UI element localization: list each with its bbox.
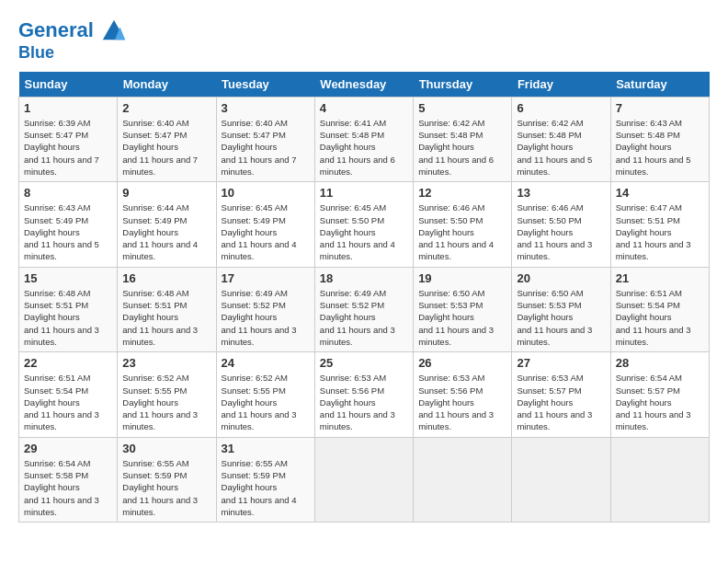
day-number: 19 [418,271,506,285]
day-number: 17 [222,271,310,285]
day-cell: 20 Sunrise: 6:50 AM Sunset: 5:53 PM Dayl… [512,267,610,351]
day-info: Sunrise: 6:53 AM Sunset: 5:57 PM Dayligh… [517,372,605,432]
day-cell: 24 Sunrise: 6:52 AM Sunset: 5:55 PM Dayl… [216,352,314,437]
day-info: Sunrise: 6:45 AM Sunset: 5:49 PM Dayligh… [222,201,310,262]
col-header-thursday: Thursday [414,72,512,98]
day-cell: 19 Sunrise: 6:50 AM Sunset: 5:53 PM Dayl… [414,267,512,351]
day-cell: 11 Sunrise: 6:45 AM Sunset: 5:50 PM Dayl… [314,182,413,267]
day-info: Sunrise: 6:41 AM Sunset: 5:48 PM Dayligh… [320,117,408,178]
day-number: 8 [24,186,112,200]
day-info: Sunrise: 6:43 AM Sunset: 5:49 PM Dayligh… [24,201,112,262]
logo-blue: Blue [18,44,127,63]
day-number: 2 [122,101,210,115]
day-cell: 9 Sunrise: 6:44 AM Sunset: 5:49 PM Dayli… [118,182,216,267]
day-number: 25 [320,356,408,370]
day-cell: 28 Sunrise: 6:54 AM Sunset: 5:57 PM Dayl… [610,352,709,437]
col-header-monday: Monday [118,72,216,98]
day-number: 22 [24,356,112,370]
day-info: Sunrise: 6:55 AM Sunset: 5:59 PM Dayligh… [122,457,210,518]
day-cell [314,437,413,522]
day-info: Sunrise: 6:52 AM Sunset: 5:55 PM Dayligh… [222,372,310,432]
day-info: Sunrise: 6:43 AM Sunset: 5:48 PM Dayligh… [616,117,704,178]
day-number: 9 [122,186,210,200]
day-info: Sunrise: 6:46 AM Sunset: 5:50 PM Dayligh… [517,201,605,262]
day-number: 26 [418,356,506,370]
col-header-tuesday: Tuesday [216,72,314,98]
day-info: Sunrise: 6:51 AM Sunset: 5:54 PM Dayligh… [24,372,112,432]
day-number: 30 [122,442,210,455]
day-number: 29 [24,442,112,455]
day-info: Sunrise: 6:50 AM Sunset: 5:53 PM Dayligh… [517,287,605,348]
day-number: 10 [222,186,310,200]
day-info: Sunrise: 6:53 AM Sunset: 5:56 PM Dayligh… [418,372,506,432]
day-cell: 4 Sunrise: 6:41 AM Sunset: 5:48 PM Dayli… [314,97,413,181]
day-cell: 7 Sunrise: 6:43 AM Sunset: 5:48 PM Dayli… [610,97,709,181]
day-number: 21 [616,271,704,285]
day-info: Sunrise: 6:53 AM Sunset: 5:56 PM Dayligh… [320,372,408,432]
day-cell: 27 Sunrise: 6:53 AM Sunset: 5:57 PM Dayl… [512,352,610,437]
day-info: Sunrise: 6:45 AM Sunset: 5:50 PM Dayligh… [320,201,408,262]
day-cell: 14 Sunrise: 6:47 AM Sunset: 5:51 PM Dayl… [610,182,709,267]
header-row: SundayMondayTuesdayWednesdayThursdayFrid… [19,72,710,98]
day-info: Sunrise: 6:49 AM Sunset: 5:52 PM Dayligh… [222,287,310,348]
col-header-saturday: Saturday [610,72,709,98]
day-cell: 18 Sunrise: 6:49 AM Sunset: 5:52 PM Dayl… [314,267,413,351]
day-cell: 5 Sunrise: 6:42 AM Sunset: 5:48 PM Dayli… [414,97,512,181]
day-cell: 8 Sunrise: 6:43 AM Sunset: 5:49 PM Dayli… [19,182,118,267]
day-cell: 10 Sunrise: 6:45 AM Sunset: 5:49 PM Dayl… [216,182,314,267]
week-row-5: 29 Sunrise: 6:54 AM Sunset: 5:58 PM Dayl… [19,437,710,522]
day-number: 13 [517,186,605,200]
day-cell: 31 Sunrise: 6:55 AM Sunset: 5:59 PM Dayl… [216,437,314,522]
day-info: Sunrise: 6:52 AM Sunset: 5:55 PM Dayligh… [122,372,210,432]
day-info: Sunrise: 6:48 AM Sunset: 5:51 PM Dayligh… [122,287,210,348]
day-cell: 1 Sunrise: 6:39 AM Sunset: 5:47 PM Dayli… [19,97,118,181]
day-cell: 2 Sunrise: 6:40 AM Sunset: 5:47 PM Dayli… [118,97,216,181]
day-info: Sunrise: 6:46 AM Sunset: 5:50 PM Dayligh… [418,201,506,262]
day-number: 12 [418,186,506,200]
day-cell: 3 Sunrise: 6:40 AM Sunset: 5:47 PM Dayli… [216,97,314,181]
day-number: 15 [24,271,112,285]
day-cell: 6 Sunrise: 6:42 AM Sunset: 5:48 PM Dayli… [512,97,610,181]
day-number: 28 [616,356,704,370]
day-cell [414,437,512,522]
day-cell: 22 Sunrise: 6:51 AM Sunset: 5:54 PM Dayl… [19,352,118,437]
day-number: 16 [122,271,210,285]
day-cell [512,437,610,522]
day-number: 18 [320,271,408,285]
logo: General Blue [18,18,127,63]
day-number: 5 [418,101,506,115]
day-cell: 30 Sunrise: 6:55 AM Sunset: 5:59 PM Dayl… [118,437,216,522]
week-row-1: 1 Sunrise: 6:39 AM Sunset: 5:47 PM Dayli… [19,97,710,181]
day-cell: 12 Sunrise: 6:46 AM Sunset: 5:50 PM Dayl… [414,182,512,267]
day-number: 31 [222,442,310,455]
day-info: Sunrise: 6:40 AM Sunset: 5:47 PM Dayligh… [122,117,210,178]
day-number: 11 [320,186,408,200]
day-info: Sunrise: 6:54 AM Sunset: 5:58 PM Dayligh… [24,457,112,518]
calendar-table: SundayMondayTuesdayWednesdayThursdayFrid… [18,72,710,523]
day-info: Sunrise: 6:55 AM Sunset: 5:59 PM Dayligh… [222,457,310,518]
day-cell: 21 Sunrise: 6:51 AM Sunset: 5:54 PM Dayl… [610,267,709,351]
logo-text: General [18,18,127,44]
day-number: 7 [616,101,704,115]
day-info: Sunrise: 6:51 AM Sunset: 5:54 PM Dayligh… [616,287,704,348]
day-number: 20 [517,271,605,285]
day-info: Sunrise: 6:39 AM Sunset: 5:47 PM Dayligh… [24,117,112,178]
day-info: Sunrise: 6:42 AM Sunset: 5:48 PM Dayligh… [517,117,605,178]
week-row-3: 15 Sunrise: 6:48 AM Sunset: 5:51 PM Dayl… [19,267,710,351]
day-number: 1 [24,101,112,115]
day-cell: 23 Sunrise: 6:52 AM Sunset: 5:55 PM Dayl… [118,352,216,437]
week-row-2: 8 Sunrise: 6:43 AM Sunset: 5:49 PM Dayli… [19,182,710,267]
day-number: 14 [616,186,704,200]
day-number: 6 [517,101,605,115]
day-number: 27 [517,356,605,370]
day-info: Sunrise: 6:49 AM Sunset: 5:52 PM Dayligh… [320,287,408,348]
day-cell: 25 Sunrise: 6:53 AM Sunset: 5:56 PM Dayl… [314,352,413,437]
day-cell: 26 Sunrise: 6:53 AM Sunset: 5:56 PM Dayl… [414,352,512,437]
day-cell: 16 Sunrise: 6:48 AM Sunset: 5:51 PM Dayl… [118,267,216,351]
day-cell: 15 Sunrise: 6:48 AM Sunset: 5:51 PM Dayl… [19,267,118,351]
day-number: 23 [122,356,210,370]
col-header-wednesday: Wednesday [314,72,413,98]
day-info: Sunrise: 6:44 AM Sunset: 5:49 PM Dayligh… [122,201,210,262]
col-header-friday: Friday [512,72,610,98]
header: General Blue [18,18,710,63]
